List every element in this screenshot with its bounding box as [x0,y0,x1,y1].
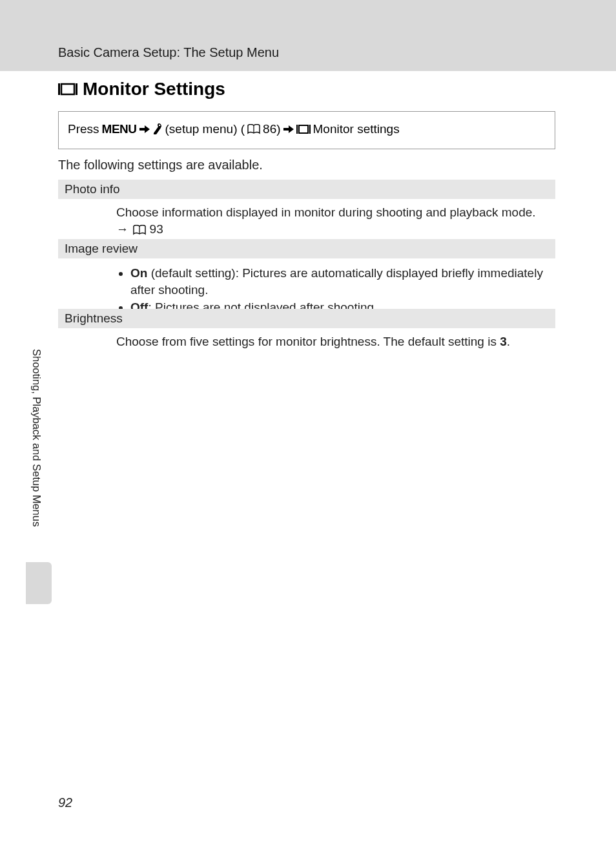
navigation-path-box: Press MENU (setup menu) ( 86) Monitor se… [58,111,555,149]
section-header: Image review [58,239,555,258]
page-title: Monitor Settings [58,79,225,100]
arrow-right-icon [139,125,150,134]
monitor-icon [296,124,311,134]
heading-text: Monitor Settings [83,79,225,100]
path-page-ref-1: 86) [263,121,280,138]
svg-rect-0 [58,83,60,95]
side-section-label: Shooting, Playback and Setup Menus [30,349,43,527]
section-body: Choose information displayed in monitor … [58,199,555,244]
svg-rect-4 [296,125,298,134]
section-header: Photo info [58,180,555,199]
svg-rect-1 [76,83,77,95]
option-label: On [130,266,147,280]
option-desc: (default setting): Pictures are automati… [130,266,543,297]
section-body: Choose from five settings for monitor br… [58,328,555,357]
book-icon [133,225,146,235]
path-setup-text: (setup menu) ( [165,121,245,138]
side-tab [26,562,52,604]
svg-rect-2 [61,84,74,94]
arrow-right-icon [283,125,294,134]
list-item: On (default setting): Pictures are autom… [130,265,549,298]
brightness-text-before: Choose from five settings for monitor br… [116,335,500,348]
wrench-icon [152,123,163,135]
book-icon [247,124,260,134]
brightness-default: 3 [500,335,507,348]
brightness-text-after: . [507,335,510,348]
path-prefix: Press [68,121,99,138]
header-band [0,0,616,71]
photo-info-desc: Choose information displayed in monitor … [116,205,536,219]
menu-button-label: MENU [102,121,137,138]
breadcrumb: Basic Camera Setup: The Setup Menu [58,45,279,60]
monitor-icon [58,82,77,96]
photo-info-ref-page: 93 [150,222,163,236]
page-number: 92 [58,795,72,810]
intro-text: The following settings are available. [58,158,263,173]
section-header: Brightness [58,309,555,328]
section-brightness: Brightness Choose from five settings for… [58,309,555,357]
path-monitor-text: Monitor settings [313,121,400,138]
section-photo-info: Photo info Choose information displayed … [58,180,555,244]
svg-rect-6 [299,125,308,133]
ref-arrow: → [116,222,128,236]
svg-rect-5 [309,125,310,134]
